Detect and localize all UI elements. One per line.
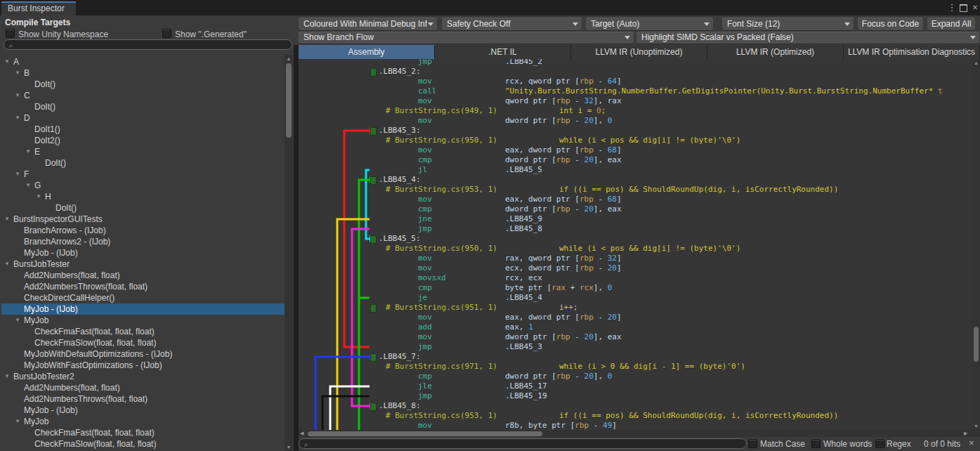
tree-item-label: Add2Numbers(float, float) — [24, 382, 120, 393]
tree-item-c[interactable]: ▼C — [1, 90, 285, 101]
tree-item-label: BurstInspectorGUITests — [13, 214, 103, 225]
tree-item-myjob-ijob[interactable]: MyJob - (IJob) — [1, 303, 285, 315]
tree-item-burstjobtester2[interactable]: ▼BurstJobTester2 — [1, 371, 285, 382]
foldout-arrow-icon[interactable]: ▼ — [15, 90, 20, 101]
tree-item-b[interactable]: ▼B — [1, 67, 285, 79]
tree-item-doit2[interactable]: DoIt2() — [1, 135, 285, 146]
tree-item-brancharrows-ijob[interactable]: BranchArrows - (IJob) — [1, 225, 285, 236]
show-generated-checkbox[interactable] — [162, 29, 171, 38]
foldout-arrow-icon[interactable]: ▼ — [25, 180, 31, 191]
foldout-arrow-icon[interactable]: ▼ — [4, 56, 10, 67]
code-hscroll-thumb[interactable] — [308, 431, 542, 436]
scroll-down-icon[interactable]: ▼ — [285, 445, 293, 450]
focus-on-code-button[interactable]: Focus on Code — [858, 18, 923, 30]
tree-item-myjob[interactable]: ▼MyJob — [1, 315, 285, 326]
block-marker — [370, 176, 377, 185]
maximize-icon[interactable] — [958, 2, 969, 13]
tree-item-doit[interactable]: DoIt() — [1, 157, 285, 169]
tree-item-myjob-ijob[interactable]: MyJob - (IJob) — [1, 405, 285, 416]
match-case-checkbox[interactable] — [748, 439, 757, 448]
tree-item-burstinspectorguitests[interactable]: ▼BurstInspectorGUITests — [1, 214, 285, 225]
tree-item-e[interactable]: ▼E — [1, 146, 285, 157]
tree-item-f[interactable]: ▼F — [1, 169, 285, 180]
code-horizontal-scrollbar[interactable]: ◀ ▶ — [299, 430, 972, 437]
chevron-down-icon — [573, 22, 578, 26]
tab-llvm-ir-optimisation-diagnostics[interactable]: LLVM IR Optimisation Diagnostics — [844, 45, 980, 59]
foldout-arrow-icon[interactable]: ▼ — [4, 214, 10, 225]
branch-flow-dropdown[interactable]: Show Branch Flow — [299, 32, 634, 44]
tree-item-checkdirectcallhelper[interactable]: CheckDirectCallHelper() — [1, 292, 285, 303]
whole-words-checkbox[interactable] — [811, 439, 821, 448]
tab-assembly[interactable]: Assembly — [299, 45, 435, 59]
tree-item-add2numbers-float-float[interactable]: Add2Numbers(float, float) — [1, 382, 285, 393]
targets-search-input[interactable]: ⌕ — [4, 39, 292, 50]
tree-scrollbar-thumb[interactable] — [286, 63, 292, 138]
tree-item-burstjobtester[interactable]: ▼BurstJobTester — [1, 259, 285, 270]
tree-item-myjob[interactable]: ▼MyJob — [1, 416, 285, 427]
scroll-right-icon[interactable]: ▶ — [964, 431, 967, 436]
block-marker — [370, 304, 377, 313]
find-input[interactable]: ⌕ — [299, 438, 747, 449]
font-size-dropdown[interactable]: Font Size (12) — [722, 18, 854, 30]
foldout-arrow-icon[interactable]: ▼ — [15, 416, 20, 427]
tree-item-g[interactable]: ▼G — [1, 180, 285, 191]
tree-item-checkfmaslow-float-float-float[interactable]: CheckFmaSlow(float, float, float) — [1, 438, 285, 450]
code-line: moveax, dword ptr [rbp - 20] — [299, 313, 972, 322]
target-dropdown[interactable]: Target (Auto) — [586, 18, 713, 30]
tree-item-d[interactable]: ▼D — [1, 112, 285, 124]
tree-item-label: MyJob — [24, 416, 48, 427]
foldout-arrow-icon[interactable]: ▼ — [15, 67, 20, 79]
tree-item-h[interactable]: ▼H — [1, 191, 285, 202]
scroll-left-icon[interactable]: ◀ — [300, 431, 303, 436]
scroll-up-icon[interactable]: ▲ — [972, 60, 980, 65]
foldout-arrow-icon[interactable]: ▼ — [15, 112, 20, 124]
tree-item-checkfmaslow-float-float-float[interactable]: CheckFmaSlow(float, float, float) — [1, 337, 285, 348]
foldout-arrow-icon[interactable]: ▼ — [4, 259, 10, 270]
tree-item-label: MyJob — [24, 315, 48, 326]
tab-net-il[interactable]: .NET IL — [435, 45, 571, 59]
tree-item-doit[interactable]: DoIt() — [1, 79, 285, 90]
window-tab-burst-inspector[interactable]: Burst Inspector — [1, 1, 76, 15]
code-line: .LBB45_5: — [299, 234, 972, 244]
tree-item-add2numbersthrows-float-float[interactable]: Add2NumbersThrows(float, float) — [1, 393, 285, 405]
code-vertical-scrollbar[interactable]: ▲ ▼ — [972, 59, 980, 430]
regex-checkbox[interactable] — [875, 439, 884, 448]
tree-item-label: B — [24, 67, 30, 79]
kebab-menu-icon[interactable]: ⋮ — [946, 2, 958, 13]
tab-llvm-ir-unoptimized[interactable]: LLVM IR (Unoptimized) — [571, 45, 707, 59]
tree-item-doit1[interactable]: DoIt1() — [1, 124, 285, 135]
close-icon[interactable]: × — [969, 438, 974, 448]
highlight-simd-dropdown[interactable]: Highlight SIMD Scalar vs Packed (False) — [636, 32, 979, 44]
window-tab-label: Burst Inspector — [8, 4, 65, 13]
code-line: movrax, qword ptr [rbp - 32] — [299, 254, 972, 263]
code-line: cmpdword ptr [rbp - 20], eax — [299, 155, 972, 165]
tree-item-myjob-ijob[interactable]: MyJob - (IJob) — [1, 247, 285, 259]
foldout-arrow-icon[interactable]: ▼ — [36, 191, 41, 202]
tree-item-doit[interactable]: DoIt() — [1, 202, 285, 214]
tree-item-brancharrows2-ijob[interactable]: BranchArrows2 - (IJob) — [1, 236, 285, 247]
chevron-down-icon — [844, 22, 850, 26]
foldout-arrow-icon[interactable]: ▼ — [15, 315, 20, 326]
tree-item-myjobwithfastoptimizations-ijob[interactable]: MyJobWithFastOptimizations - (IJob) — [1, 360, 285, 371]
tree-item-checkfmafast-float-float-float[interactable]: CheckFmaFast(float, float, float) — [1, 326, 285, 337]
foldout-arrow-icon[interactable]: ▼ — [4, 371, 10, 382]
tree-item-add2numbers-float-float[interactable]: Add2Numbers(float, float) — [1, 270, 285, 281]
debug-info-dropdown[interactable]: Coloured With Minimal Debug Info — [299, 18, 437, 30]
tree-item-myjobwithdefaultoptimizations-ijob[interactable]: MyJobWithDefaultOptimizations - (IJob) — [1, 348, 285, 360]
code-line: jl.LBB45_5 — [299, 165, 972, 175]
tab-llvm-ir-optimized[interactable]: LLVM IR (Optimized) — [707, 45, 844, 59]
foldout-arrow-icon[interactable]: ▼ — [15, 169, 20, 180]
safety-check-dropdown[interactable]: Safety Check Off — [442, 18, 582, 30]
code-vscroll-thumb[interactable] — [974, 327, 979, 362]
tree-item-checkfmafast-float-float-float[interactable]: CheckFmaFast(float, float, float) — [1, 427, 285, 438]
tree-item-a[interactable]: ▼A — [1, 56, 285, 67]
tree-scrollbar[interactable]: ▲ ▼ — [285, 55, 293, 451]
scroll-up-icon[interactable]: ▲ — [285, 56, 293, 61]
close-icon[interactable]: × — [969, 2, 980, 13]
expand-all-button[interactable]: Expand All — [927, 18, 975, 30]
foldout-arrow-icon[interactable]: ▼ — [25, 146, 31, 157]
tree-item-add2numbersthrows-float-float[interactable]: Add2NumbersThrows(float, float) — [1, 281, 285, 292]
tree-item-doit[interactable]: DoIt() — [1, 101, 285, 112]
scroll-down-icon[interactable]: ▼ — [972, 424, 980, 429]
show-unity-namespace-checkbox[interactable] — [6, 29, 15, 38]
